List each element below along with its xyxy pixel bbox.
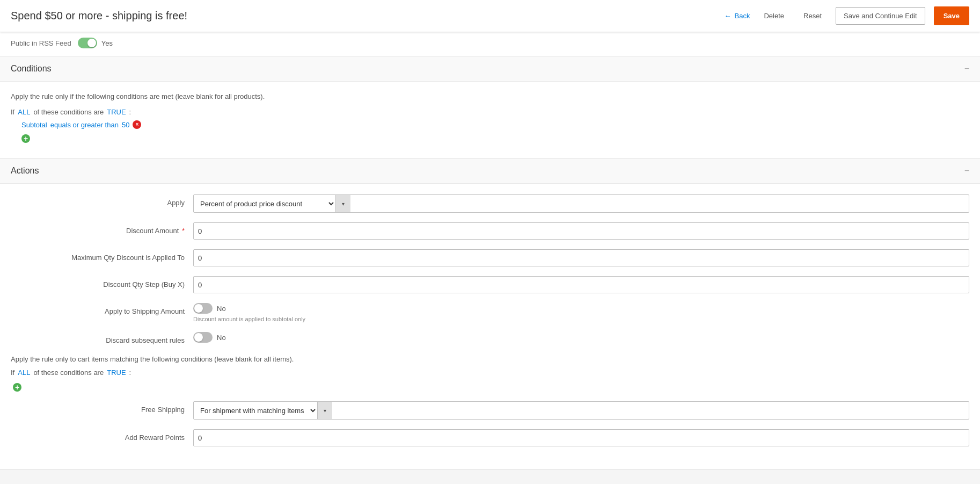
max-qty-row: Maximum Qty Discount is Applied To [11,249,969,266]
add-action-condition-button[interactable]: + [13,383,21,392]
page-title: Spend $50 or more - shipping is free! [11,10,187,22]
delete-button[interactable]: Delete [758,9,789,23]
add-reward-label: Add Reward Points [11,429,193,443]
rss-toggle[interactable] [78,38,97,48]
discard-rules-field: No [193,332,969,343]
discount-qty-step-row: Discount Qty Step (Buy X) [11,276,969,293]
arrow-left-icon: ← [725,12,732,20]
discount-amount-field [193,222,969,240]
discard-rules-row: Discard subsequent rules No [11,332,969,345]
apply-select-chevron[interactable]: ▾ [335,195,350,212]
conditions-section-body: Apply the rule only if the following con… [0,82,980,158]
apply-shipping-toggle-row: No [193,303,969,314]
apply-select[interactable]: Percent of product price discount Fixed … [194,195,335,212]
conditions-section: Conditions − Apply the rule only if the … [0,56,980,158]
all-conditions-link[interactable]: ALL [18,108,30,116]
add-reward-input[interactable] [193,429,969,446]
apply-field: Percent of product price discount Fixed … [193,194,969,213]
save-button[interactable]: Save [934,6,969,25]
discount-amount-label: Discount Amount * [11,222,193,236]
actions-true-link[interactable]: TRUE [107,369,126,377]
subtotal-condition-row: Subtotal equals or greater than 50 × [21,120,969,129]
actions-section-body: Apply Percent of product price discount … [0,184,980,469]
value-link[interactable]: 50 [122,121,129,129]
discard-rules-toggle[interactable] [193,332,213,343]
free-shipping-select-chevron[interactable]: ▾ [317,402,332,419]
free-shipping-row: Free Shipping No For matching items only… [11,401,969,420]
rss-feed-label: Public in RSS Feed [11,39,71,47]
apply-shipping-note: Discount amount is applied to subtotal o… [193,316,969,322]
required-star: * [180,227,185,235]
actions-section-header[interactable]: Actions − [0,158,980,184]
operator-link[interactable]: equals or greater than [50,121,119,129]
free-shipping-field: No For matching items only For shipment … [193,401,969,420]
add-reward-field [193,429,969,446]
actions-section-title: Actions [11,166,39,176]
rss-toggle-wrap: Yes [78,38,113,48]
discard-rules-value: No [217,334,226,342]
header-bar: Spend $50 or more - shipping is free! ← … [0,0,980,32]
actions-collapse-icon: − [964,166,969,176]
max-qty-input[interactable] [193,249,969,266]
true-link[interactable]: TRUE [107,108,126,116]
discard-rules-toggle-row: No [193,332,969,343]
apply-shipping-label: Apply to Shipping Amount [11,303,193,316]
free-shipping-label: Free Shipping [11,401,193,415]
apply-shipping-row: Apply to Shipping Amount No Discount amo… [11,303,969,322]
add-condition-button[interactable]: + [21,134,30,143]
apply-shipping-value: No [217,305,226,313]
colon: : [129,108,131,116]
subtotal-link[interactable]: Subtotal [21,121,47,129]
conditions-collapse-icon: − [964,64,969,74]
header-actions: ← Back Delete Reset Save and Continue Ed… [725,6,969,25]
discount-qty-step-input[interactable] [193,276,969,293]
actions-colon: : [129,369,131,377]
apply-shipping-field: No Discount amount is applied to subtota… [193,303,969,322]
conditions-if-line: If ALL of these conditions are TRUE : [11,108,969,116]
apply-select-wrap: Percent of product price discount Fixed … [193,194,969,213]
max-qty-field [193,249,969,266]
discount-qty-step-label: Discount Qty Step (Buy X) [11,276,193,290]
add-reward-row: Add Reward Points [11,429,969,446]
actions-conditions-text: of these conditions are [33,369,104,377]
conditions-section-header[interactable]: Conditions − [0,56,980,82]
rss-feed-row: Public in RSS Feed Yes [0,32,980,56]
actions-section: Actions − Apply Percent of product price… [0,158,980,469]
discount-qty-step-field [193,276,969,293]
back-button[interactable]: ← Back [725,12,750,20]
apply-matching-description: Apply the rule only to cart items matchi… [11,355,969,363]
discard-rules-label: Discard subsequent rules [11,332,193,345]
reset-button[interactable]: Reset [798,9,827,23]
actions-if-keyword: If [11,369,14,377]
discount-amount-row: Discount Amount * [11,222,969,240]
max-qty-label: Maximum Qty Discount is Applied To [11,249,193,263]
save-continue-button[interactable]: Save and Continue Edit [836,7,925,25]
free-shipping-select[interactable]: No For matching items only For shipment … [194,402,317,419]
condition-indent: Subtotal equals or greater than 50 × + [11,120,969,143]
conditions-description: Apply the rule only if the following con… [11,92,969,100]
free-shipping-select-wrap: No For matching items only For shipment … [193,401,969,420]
back-label: Back [735,12,750,20]
discount-amount-input[interactable] [193,222,969,240]
apply-label: Apply [11,194,193,208]
apply-row: Apply Percent of product price discount … [11,194,969,213]
if-keyword: If [11,108,14,116]
conditions-section-title: Conditions [11,64,52,74]
rss-toggle-value: Yes [101,39,113,47]
main-content: Public in RSS Feed Yes Conditions − Appl… [0,32,980,469]
conditions-text: of these conditions are [33,108,104,116]
delete-condition-button[interactable]: × [133,120,141,129]
apply-shipping-toggle[interactable] [193,303,213,314]
actions-all-link[interactable]: ALL [18,369,30,377]
actions-if-line: If ALL of these conditions are TRUE : [11,369,969,377]
